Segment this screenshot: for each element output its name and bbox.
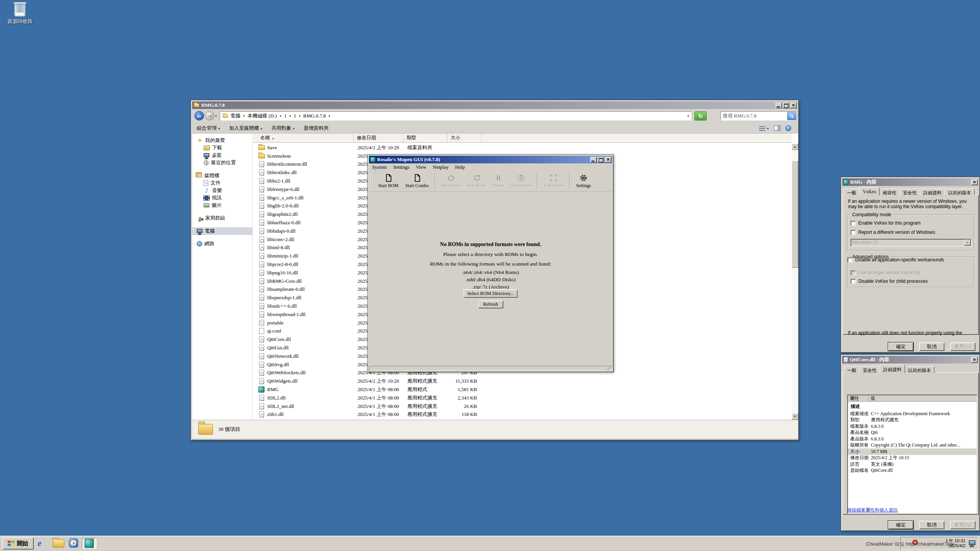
cancel-button[interactable]: 取消 (919, 342, 944, 351)
sidebar-item[interactable]: 音樂 (192, 187, 252, 194)
property-row[interactable]: 檔案版本 6.8.3.0 (848, 423, 977, 430)
menu-item[interactable]: Netplay (433, 164, 449, 170)
start-combo-button[interactable]: Start Combo (402, 174, 432, 189)
network-icon[interactable] (969, 540, 975, 545)
recycle-bin[interactable]: 資源回收筒 (4, 3, 36, 25)
resize-grip[interactable] (607, 366, 612, 371)
settings-button[interactable]: Settings (573, 174, 595, 189)
tab[interactable]: 以前的版本 (905, 366, 934, 373)
menu-item[interactable]: Help (455, 164, 465, 170)
property-row[interactable]: 修改日期 2025/4/2 上午 10:15 (848, 455, 977, 461)
vertical-scrollbar[interactable]: ▲ ▼ (792, 143, 798, 420)
minimize-button[interactable] (776, 103, 782, 108)
menu-item[interactable]: View (416, 164, 426, 170)
sidebar-item[interactable]: 圖片 (192, 202, 252, 209)
sidebar-item[interactable]: 家用群組 (192, 215, 252, 222)
column-header-date[interactable]: 修改日期 (354, 134, 403, 142)
menu-item[interactable]: System (372, 164, 387, 170)
property-row[interactable]: 原始檔名 Qt6Core.dll (848, 468, 977, 474)
minimize-button[interactable] (590, 157, 597, 163)
sidebar-item[interactable]: 最近的位置 (192, 159, 252, 167)
address-dropdown-icon[interactable]: ▾ (687, 114, 689, 118)
breadcrumb-segment[interactable]: 1 (283, 113, 288, 119)
tab[interactable]: 詳細資料 (920, 189, 945, 196)
sidebar-item[interactable]: 我的最愛 (192, 137, 252, 144)
value-column-header[interactable]: 值 (869, 395, 977, 402)
forward-button[interactable]: → (205, 111, 214, 121)
close-button[interactable] (971, 179, 978, 185)
breadcrumb[interactable]: 電腦▾ 本機磁碟 (D:)▾ 1▾ 1▾ RMG.0.7.8▾ ▾ (220, 111, 691, 121)
breadcrumb-separator-icon[interactable]: ▾ (279, 114, 282, 118)
tab[interactable]: 以前的版本 (945, 189, 975, 196)
advanced-option-checkbox[interactable]: Disable VxKex for child processes (851, 279, 928, 284)
internet-explorer-shortcut[interactable]: e (38, 538, 42, 548)
property-row[interactable]: 類型 應用程式擴充 (848, 417, 977, 424)
checkbox-icon[interactable] (851, 230, 856, 235)
tab[interactable]: 安全性 (900, 189, 920, 196)
ok-button[interactable]: 確定 (888, 342, 913, 351)
scroll-down-icon[interactable]: ▼ (792, 413, 798, 420)
command-bar-item[interactable]: 組合管理 (192, 124, 225, 133)
command-bar-item[interactable]: 新增資料夾 (299, 124, 337, 133)
sidebar-item[interactable]: 視訊 (192, 194, 252, 202)
command-bar-item[interactable]: 加入至媒體櫃 (225, 124, 267, 133)
tab[interactable]: VxKex (859, 187, 880, 196)
file-row[interactable]: Save 2025/4/2 上午 10:29 檔案資料夾 (253, 143, 792, 152)
column-header-type[interactable]: 類型 (403, 134, 448, 142)
property-row[interactable]: 產品版本 6.8.3.0 (848, 436, 977, 442)
file-row[interactable]: Qt6Widgets.dll 2025/4/2 上午 10:20 應用程式擴充 … (253, 377, 792, 385)
tab[interactable]: 相容性 (879, 189, 900, 196)
property-row[interactable]: 產品名稱 Qt6 (848, 430, 977, 436)
command-bar-item[interactable]: 共用對象 (267, 124, 299, 133)
checkbox-icon[interactable] (851, 279, 856, 284)
change-view-button[interactable] (758, 124, 769, 133)
property-row[interactable]: 語言 英文 (美國) (848, 461, 977, 468)
remove-properties-link[interactable]: 移除檔案屬性和個人資訊 (847, 507, 898, 514)
file-explorer-shortcut[interactable] (53, 540, 64, 548)
select-rom-directory-button[interactable]: Select ROM Directory... (464, 289, 518, 298)
menu-item[interactable]: Settings (393, 164, 409, 170)
preview-pane-button[interactable] (774, 126, 781, 131)
cancel-button[interactable]: 取消 (919, 521, 944, 529)
ok-button[interactable]: 確定 (888, 521, 913, 529)
mupen-titlebar[interactable]: Rosalie's Mupen GUI (v0.7.8) (369, 156, 612, 163)
explorer-titlebar[interactable]: RMG.0.7.8 (192, 101, 797, 109)
breadcrumb-separator-icon[interactable]: ▾ (328, 114, 331, 118)
tray-clock[interactable]: 上午 10:31 2025/4/2 (944, 538, 965, 548)
sidebar-item[interactable]: 桌面 (192, 152, 252, 159)
qt6core-properties-titlebar[interactable]: Qt6Core.dll - 內容 (842, 356, 978, 364)
checkbox-icon[interactable] (848, 258, 853, 262)
sidebar-item[interactable]: 媒體櫃 (192, 172, 252, 179)
back-button[interactable]: ← (194, 111, 204, 121)
refresh-roms-button[interactable]: Refresh (478, 300, 503, 308)
breadcrumb-segment[interactable]: 1 (292, 113, 297, 119)
report-version-checkbox[interactable]: Report a different version of Windows: (851, 230, 936, 235)
sidebar-item[interactable]: 文件 (192, 179, 252, 187)
column-header-size[interactable]: 大小 (448, 134, 482, 142)
checkbox-icon[interactable] (851, 221, 856, 226)
breadcrumb-segment[interactable]: 本機磁碟 (D:) (247, 112, 278, 119)
start-rom-button[interactable]: Start ROM (375, 174, 402, 189)
enable-vxkex-checkbox[interactable]: Enable VxKex for this program (851, 220, 921, 226)
advanced-option-checkbox[interactable]: Use stronger version reporting (851, 270, 920, 276)
search-box[interactable] (720, 111, 796, 121)
breadcrumb-separator-icon[interactable]: ▾ (242, 114, 246, 118)
file-row[interactable]: zlib1.dll 2025/4/1 上午 08:00 應用程式擴充 118 K… (253, 411, 792, 419)
close-button[interactable] (971, 357, 978, 363)
property-row[interactable]: 檔案描述 C++ Application Development Framewo… (848, 411, 977, 417)
sidebar-item[interactable]: 下載 (192, 144, 252, 152)
history-dropdown-icon[interactable]: ▾ (215, 114, 217, 118)
tab[interactable]: 一般 (844, 189, 860, 196)
tab[interactable]: 一般 (844, 366, 860, 373)
scrollbar-thumb[interactable] (792, 161, 798, 268)
close-button[interactable] (790, 103, 797, 108)
column-header-name[interactable]: 名稱 (253, 134, 354, 142)
help-button[interactable] (785, 125, 791, 131)
rmg-properties-titlebar[interactable]: RMG - 內容 (842, 178, 978, 186)
breadcrumb-separator-icon[interactable]: ▾ (288, 114, 292, 118)
tab[interactable]: 安全性 (859, 366, 880, 373)
search-input[interactable] (720, 113, 787, 119)
start-button[interactable]: 開始 (2, 537, 34, 549)
file-row[interactable]: SDL2_net.dll 2025/4/1 上午 08:00 應用程式擴充 26… (253, 402, 792, 411)
search-icon[interactable] (787, 112, 796, 120)
